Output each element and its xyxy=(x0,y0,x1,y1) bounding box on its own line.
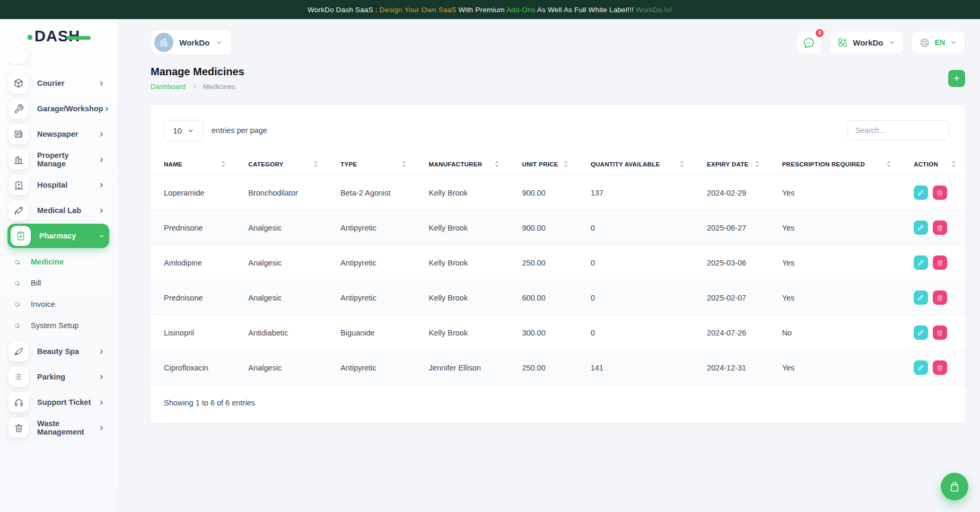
headset-icon xyxy=(8,392,29,412)
sort-arrows-icon[interactable] xyxy=(755,161,759,167)
chevron-down-icon xyxy=(950,39,957,46)
search-input[interactable] xyxy=(847,120,949,140)
delete-button[interactable] xyxy=(933,290,947,305)
column-header-label: TYPE xyxy=(340,161,357,167)
column-header-label: ACTION xyxy=(914,161,938,167)
sidebar-item-garage-workshop[interactable]: Garage/Workshop xyxy=(7,96,109,121)
delete-button[interactable] xyxy=(933,186,947,200)
sidebar-item-support-ticket[interactable]: Support Ticket xyxy=(7,390,109,414)
sidebar-item-property-manage[interactable]: Property Manage xyxy=(7,147,109,172)
company-name: WorkDo xyxy=(179,38,209,47)
edit-button[interactable] xyxy=(914,360,928,375)
edit-button[interactable] xyxy=(914,290,928,305)
bullet-icon xyxy=(14,280,21,287)
messages-button[interactable]: 0 xyxy=(797,31,822,54)
cell-category: Analgesic xyxy=(235,350,327,385)
column-header-expiry-date[interactable]: EXPIRY DATE xyxy=(694,153,769,175)
cell-action xyxy=(900,350,965,385)
sort-arrows-icon[interactable] xyxy=(887,161,891,167)
trash-icon xyxy=(936,294,943,302)
sidebar-item-pharmacy[interactable]: Pharmacy xyxy=(7,224,109,248)
sort-arrows-icon[interactable] xyxy=(564,161,568,167)
cell-type: Beta-2 Agonist xyxy=(327,175,416,210)
banner-segment: Add-Ons xyxy=(506,6,536,14)
delete-button[interactable] xyxy=(933,255,947,270)
bullet-icon xyxy=(14,322,21,329)
edit-button[interactable] xyxy=(914,186,928,200)
sort-arrows-icon[interactable] xyxy=(680,161,684,167)
sidebar-item-medical-lab[interactable]: Medical Lab xyxy=(7,198,109,223)
trash-icon xyxy=(936,364,943,372)
language-code: EN xyxy=(935,38,945,47)
sidebar-menu: Courier Garage/Workshop Newspaper Proper… xyxy=(0,53,118,512)
dash-logo[interactable]: DASH xyxy=(28,28,91,45)
table-controls: 10 entries per page xyxy=(151,120,965,141)
table-row: PrednisoneAnalgesicAntipyreticKelly Broo… xyxy=(151,210,965,245)
cell-type: Biguanide xyxy=(327,315,416,350)
delete-button[interactable] xyxy=(933,360,947,375)
pencil-icon xyxy=(917,224,924,232)
floating-cart-button[interactable] xyxy=(941,473,968,500)
add-medicine-button[interactable]: + xyxy=(948,70,965,87)
sort-arrows-icon[interactable] xyxy=(402,161,406,167)
cell-expiry-date: 2025-06-27 xyxy=(694,210,769,245)
cell-expiry-date: 2025-03-06 xyxy=(694,245,769,280)
table-row: LisinoprilAntidiabeticBiguanideKelly Bro… xyxy=(151,315,965,350)
hospital-icon xyxy=(8,175,29,195)
cell-manufacturer: Jennifer Ellison xyxy=(416,350,509,385)
sidebar-item-waste-management[interactable]: Waste Management xyxy=(7,416,109,440)
cell-name: Ciprofloxacin xyxy=(151,350,235,385)
column-header-action[interactable]: ACTION xyxy=(900,153,965,175)
submenu-item-bill[interactable]: Bill xyxy=(7,272,109,294)
entries-per-page-select[interactable]: 10 xyxy=(164,120,203,141)
sort-arrows-icon[interactable] xyxy=(495,161,499,167)
entries-per-page-label: entries per page xyxy=(212,126,267,135)
sidebar-item-clipped xyxy=(7,53,109,66)
apps-menu-button[interactable]: WorkDo xyxy=(829,31,903,54)
column-header-name[interactable]: NAME xyxy=(151,153,235,175)
globe-icon xyxy=(919,37,930,48)
sidebar-item-hospital[interactable]: Hospital xyxy=(7,173,109,197)
column-header-label: EXPIRY DATE xyxy=(707,161,749,167)
sidebar-item-courier[interactable]: Courier xyxy=(7,71,109,95)
delete-button[interactable] xyxy=(933,220,947,235)
column-header-category[interactable]: CATEGORY xyxy=(235,153,327,175)
cell-quantity-available: 0 xyxy=(578,280,694,315)
company-selector[interactable]: WorkDo xyxy=(151,30,232,55)
sidebar-item-beauty-spa[interactable]: Beauty Spa xyxy=(7,339,109,364)
submenu-item-invoice[interactable]: Invoice xyxy=(7,294,109,315)
clipped-icon xyxy=(7,53,28,64)
cell-quantity-available: 137 xyxy=(578,175,694,210)
edit-button[interactable] xyxy=(914,220,928,235)
column-header-quantity-available[interactable]: QUANTITY AVAILABLE xyxy=(578,153,694,175)
column-header-unit-price[interactable]: UNIT PRICE xyxy=(509,153,577,175)
cell-unit-price: 900.00 xyxy=(509,175,577,210)
chevron-right-icon xyxy=(191,84,197,90)
sidebar-item-newspaper[interactable]: Newspaper xyxy=(7,122,109,146)
sort-arrows-icon[interactable] xyxy=(951,161,956,167)
edit-button[interactable] xyxy=(914,325,928,340)
cell-unit-price: 600.00 xyxy=(509,280,577,315)
wrench-icon xyxy=(8,99,29,119)
table-header-row: NAMECATEGORYTYPEMANUFACTURERUNIT PRICEQU… xyxy=(151,153,965,175)
breadcrumb-current: Medicines xyxy=(203,83,235,91)
sort-arrows-icon[interactable] xyxy=(313,161,318,167)
sort-arrows-icon[interactable] xyxy=(221,161,225,167)
column-header-manufacturer[interactable]: MANUFACTURER xyxy=(416,153,509,175)
language-button[interactable]: EN xyxy=(911,31,965,54)
cell-prescription-required: Yes xyxy=(769,210,900,245)
cell-name: Prednisone xyxy=(151,280,235,315)
edit-button[interactable] xyxy=(914,255,928,270)
submenu-item-medicine[interactable]: Medicine xyxy=(7,251,109,272)
column-header-prescription-required[interactable]: PRESCRIPTION REQUIRED xyxy=(769,153,900,175)
sidebar-item-parking[interactable]: Parking xyxy=(7,365,109,389)
medicines-card: 10 entries per page NAMECATEGORYTYPEMANU… xyxy=(151,105,965,423)
column-header-label: QUANTITY AVAILABLE xyxy=(591,161,660,167)
column-header-type[interactable]: TYPE xyxy=(327,153,416,175)
chevron-right-icon xyxy=(98,182,105,189)
chevron-right-icon xyxy=(98,207,105,214)
submenu-item-system-setup[interactable]: System Setup xyxy=(7,315,109,336)
breadcrumb-dashboard-link[interactable]: Dashboard xyxy=(151,83,186,91)
delete-button[interactable] xyxy=(933,325,947,340)
sidebar-item-label: Courier xyxy=(37,79,65,87)
